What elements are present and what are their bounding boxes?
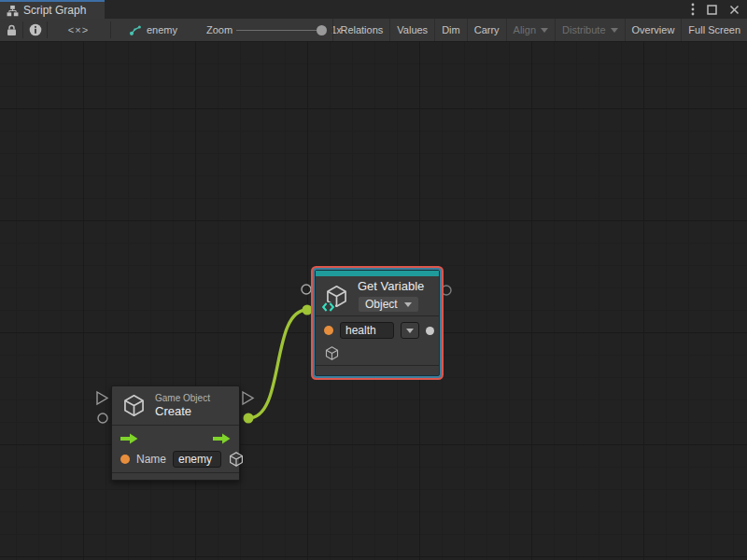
dim-button[interactable]: Dim [434, 19, 467, 41]
port-label: Name [136, 453, 166, 466]
string-port-icon[interactable] [324, 326, 333, 335]
game-object-icon [121, 393, 147, 418]
variable-name-dropdown-button[interactable] [401, 322, 419, 339]
node-game-object-create[interactable]: Game Object Create Name [111, 385, 240, 481]
distribute-dropdown-button[interactable]: Distribute [555, 19, 624, 41]
values-button[interactable]: Values [389, 19, 434, 41]
angle-brackets-icon [321, 302, 335, 312]
maximize-icon[interactable] [707, 5, 717, 15]
lock-button[interactable] [0, 19, 22, 41]
graph-toolbar: <×> enemy Zoom 1x Relations Values Dim C… [0, 19, 747, 42]
overview-button[interactable]: Overview [625, 19, 682, 41]
info-button[interactable] [23, 19, 47, 41]
value-output-port-icon[interactable] [426, 327, 434, 335]
name-input[interactable] [173, 451, 221, 468]
carry-button[interactable]: Carry [467, 19, 506, 41]
game-object-output-port-icon[interactable] [228, 451, 245, 468]
create-flow-input-bubble[interactable] [97, 392, 107, 404]
align-dropdown-button[interactable]: Align [506, 19, 555, 41]
getvariable-name-input-bubble[interactable] [302, 285, 311, 294]
breadcrumb-graph-name: enemy [147, 24, 177, 35]
kebab-menu-icon[interactable] [691, 3, 695, 16]
window-controls [691, 3, 740, 16]
node-get-variable[interactable]: Get Variable Object [315, 270, 440, 376]
relations-button[interactable]: Relations [332, 19, 389, 41]
create-flow-output-bubble[interactable] [243, 392, 253, 404]
graph-network-icon [129, 24, 142, 36]
node-footer [112, 472, 239, 480]
close-icon[interactable] [729, 5, 740, 15]
string-port-icon[interactable] [120, 455, 130, 464]
chevron-down-icon [541, 28, 548, 33]
node-title: Create [155, 404, 210, 419]
chevron-down-icon [611, 28, 618, 33]
variable-scope-dropdown[interactable]: Object [358, 296, 419, 313]
getvariable-value-output-bubble[interactable] [442, 286, 451, 295]
chevron-down-icon [406, 329, 414, 333]
graph-hierarchy-icon [7, 5, 19, 17]
node-footer [316, 365, 439, 372]
toolbar-separator [110, 21, 111, 38]
code-brackets-icon: <×> [68, 24, 89, 35]
flow-input-arrow-icon[interactable] [120, 433, 138, 444]
game-object-port-icon[interactable] [324, 345, 340, 361]
zoom-slider-track[interactable] [236, 30, 318, 31]
breadcrumb[interactable]: enemy [129, 19, 177, 41]
node-category: Game Object [155, 393, 210, 404]
variable-name-input[interactable] [340, 322, 394, 339]
connection-wire[interactable] [248, 310, 307, 418]
flow-output-arrow-icon[interactable] [213, 433, 231, 444]
lock-icon [7, 24, 17, 36]
toolbar-button-group: Relations Values Dim Carry Align Distrib… [332, 19, 747, 41]
getvariable-object-input-port-connected[interactable] [303, 305, 313, 315]
get-variable-icon [324, 284, 349, 309]
full-screen-button[interactable]: Full Screen [681, 19, 747, 41]
create-name-input-bubble[interactable] [98, 413, 107, 423]
create-output-port-connected[interactable] [244, 413, 254, 424]
node-title: Get Variable [358, 279, 424, 294]
tab-title: Script Graph [23, 4, 86, 17]
graph-canvas[interactable]: Get Variable Object [0, 42, 747, 560]
info-icon [29, 23, 42, 36]
zoom-slider-handle[interactable] [317, 25, 327, 35]
window-titlebar: Script Graph [0, 0, 747, 19]
chevron-down-icon [404, 302, 412, 307]
code-view-button[interactable]: <×> [48, 19, 109, 41]
zoom-label: Zoom [206, 19, 233, 41]
tab-script-graph[interactable]: Script Graph [0, 0, 105, 19]
